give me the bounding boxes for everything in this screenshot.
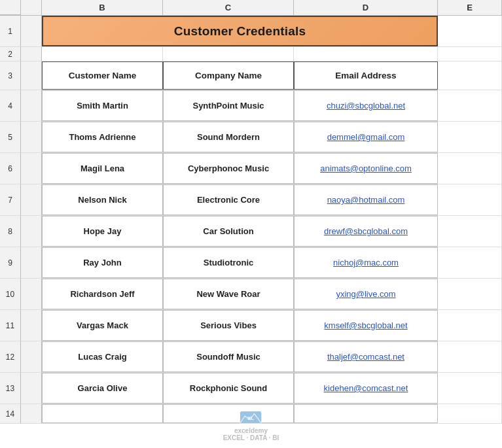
row-num-6: 6	[0, 153, 21, 184]
r12-email[interactable]: thaljef@comcast.net	[294, 341, 438, 372]
r14-e	[438, 404, 502, 423]
r8-company: Car Solution	[163, 216, 294, 247]
r7-e	[438, 184, 502, 215]
data-rows: Smith Martin SynthPoint Music chuzi@sbcg…	[21, 90, 502, 404]
r7-a	[21, 184, 42, 215]
row-num-5: 5	[0, 122, 21, 153]
column-headers: B C D E	[0, 0, 502, 16]
r6-a	[21, 153, 42, 184]
r4-email[interactable]: chuzi@sbcglobal.net	[294, 90, 438, 121]
watermark-text1: exceldemy	[234, 427, 268, 434]
r9-e	[438, 247, 502, 278]
r10-a	[21, 279, 42, 309]
r6-company: Cyberphonoc Music	[163, 153, 294, 184]
r5-customer: Thoms Adrienne	[42, 122, 163, 152]
grid-area: Customer Credentials Customer Name Compa…	[21, 16, 502, 424]
col-header-b: B	[42, 0, 163, 15]
data-row-4: Smith Martin SynthPoint Music chuzi@sbcg…	[21, 90, 502, 122]
data-row-7: Nelson Nick Electronic Core naoya@hotmai…	[21, 184, 502, 216]
row-num-11: 11	[0, 310, 21, 341]
header-row: Customer Name Company Name Email Address	[21, 61, 502, 90]
r9-a	[21, 247, 42, 278]
r13-e	[438, 373, 502, 404]
spreadsheet: B C D E 1 2 3 4 5 6 7 8 9 10 11 12 13 14	[0, 0, 502, 448]
col-header-c: C	[163, 0, 294, 15]
r10-email[interactable]: yxing@live.com	[294, 279, 438, 309]
r3-e	[438, 61, 502, 90]
r14-a	[21, 404, 42, 423]
r12-customer: Lucas Craig	[42, 341, 163, 372]
data-row-12: Lucas Craig Soundoff Music thaljef@comca…	[21, 341, 502, 373]
r14-b	[42, 404, 163, 423]
watermark-logo-icon: XL	[240, 407, 263, 427]
header-email-address: Email Address	[294, 61, 438, 90]
r12-company: Soundoff Music	[163, 341, 294, 372]
r6-e	[438, 153, 502, 184]
r2-d	[294, 47, 438, 61]
r8-a	[21, 216, 42, 247]
watermark: XL exceldemy EXCEL · DATA · BI	[223, 407, 279, 441]
row-num-7: 7	[0, 184, 21, 216]
corner-cell	[0, 0, 21, 15]
r1-a	[21, 16, 42, 46]
data-row-10: Richardson Jeff New Wave Roar yxing@live…	[21, 279, 502, 310]
watermark-text2: EXCEL · DATA · BI	[223, 434, 279, 441]
data-row-11: Vargas Mack Serious Vibes kmself@sbcglob…	[21, 310, 502, 341]
header-company-name: Company Name	[163, 61, 294, 90]
r7-customer: Nelson Nick	[42, 184, 163, 215]
row-2	[21, 47, 502, 61]
r12-a	[21, 341, 42, 372]
header-customer-name: Customer Name	[42, 61, 163, 90]
r5-a	[21, 122, 42, 152]
title-row: Customer Credentials	[21, 16, 502, 47]
r8-e	[438, 216, 502, 247]
r2-a	[21, 47, 42, 61]
r11-email[interactable]: kmself@sbcglobal.net	[294, 310, 438, 341]
r4-company: SynthPoint Music	[163, 90, 294, 121]
r8-email[interactable]: drewf@sbcglobal.com	[294, 216, 438, 247]
r7-company: Electronic Core	[163, 184, 294, 215]
r8-customer: Hope Jay	[42, 216, 163, 247]
r2-c	[163, 47, 294, 61]
row-num-8: 8	[0, 216, 21, 247]
r11-customer: Vargas Mack	[42, 310, 163, 341]
r9-company: Studiotronic	[163, 247, 294, 278]
r13-customer: Garcia Olive	[42, 373, 163, 404]
row-num-3: 3	[0, 61, 21, 90]
r4-customer: Smith Martin	[42, 90, 163, 121]
r11-company: Serious Vibes	[163, 310, 294, 341]
r4-a	[21, 90, 42, 121]
row-num-12: 12	[0, 341, 21, 373]
col-header-d: D	[294, 0, 438, 15]
col-header-e: E	[438, 0, 502, 15]
row-num-9: 9	[0, 247, 21, 279]
r2-b	[42, 47, 163, 61]
r6-email[interactable]: animats@optonline.com	[294, 153, 438, 184]
r2-e	[438, 47, 502, 61]
r10-company: New Wave Roar	[163, 279, 294, 309]
data-row-8: Hope Jay Car Solution drewf@sbcglobal.co…	[21, 216, 502, 247]
r5-email[interactable]: demmel@gmail.com	[294, 122, 438, 152]
r12-e	[438, 341, 502, 372]
r5-company: Sound Mordern	[163, 122, 294, 152]
row-num-2: 2	[0, 47, 21, 61]
row-num-4: 4	[0, 90, 21, 122]
data-row-6: Magil Lena Cyberphonoc Music animats@opt…	[21, 153, 502, 184]
r7-email[interactable]: naoya@hotmail.com	[294, 184, 438, 215]
row-num-1: 1	[0, 16, 21, 47]
r4-e	[438, 90, 502, 121]
data-row-13: Garcia Olive Rockphonic Sound kidehen@co…	[21, 373, 502, 404]
row-num-14: 14	[0, 404, 21, 424]
row-numbers: 1 2 3 4 5 6 7 8 9 10 11 12 13 14	[0, 16, 21, 424]
r9-customer: Ray John	[42, 247, 163, 278]
r13-email[interactable]: kidehen@comcast.net	[294, 373, 438, 404]
r6-customer: Magil Lena	[42, 153, 163, 184]
r10-customer: Richardson Jeff	[42, 279, 163, 309]
title-cell: Customer Credentials	[42, 16, 438, 46]
row-num-13: 13	[0, 373, 21, 404]
r11-a	[21, 310, 42, 341]
row-num-10: 10	[0, 279, 21, 310]
r13-a	[21, 373, 42, 404]
r11-e	[438, 310, 502, 341]
r9-email[interactable]: nichoj@mac.com	[294, 247, 438, 278]
